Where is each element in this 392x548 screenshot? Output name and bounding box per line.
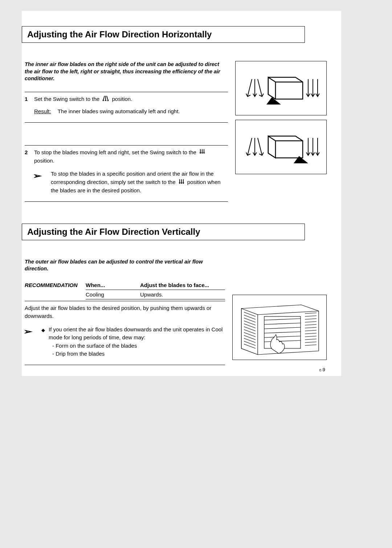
section-1-title: Adjusting the Air Flow Direction Horizon… [22,26,305,43]
note-arrow-icon: ➢ [33,170,42,195]
note-line-2: - Drip from the blades [52,350,225,358]
step-number: 1 [25,95,29,116]
section-2-title: Adjusting the Air Flow Direction Vertica… [22,224,305,240]
diagram-swing-off [235,120,327,174]
step-1-text-a: Set the Swing switch to the [34,96,99,102]
note-line-1: - Form on the surface of the blades [52,342,225,350]
recommendation-label: RECOMMENDATION [25,282,83,299]
note-main-text: If you orient the air flow blades downwa… [49,326,225,342]
table-header: When... Adjust the blades to face... [86,282,225,290]
svg-line-21 [258,138,262,155]
table-header-cell: When... [86,282,140,288]
step-number: 2 [25,148,29,195]
step-2-text-b: position. [34,158,54,164]
section-1-intro: The inner air flow blades on the right s… [25,61,228,82]
section-2-intro: The outer air flow blades can be adjuste… [25,258,221,273]
note-arrow-icon: ➢ [23,326,32,358]
divider [25,145,228,146]
page-number: E-9 [319,367,325,372]
table-header-cell: Adjust the blades to face... [140,282,225,288]
manual-page: Adjusting the Air Flow Direction Horizon… [22,11,341,376]
table-cell: Upwards. [140,291,225,298]
page-number-value: 9 [323,367,325,372]
step-1: 1 Set the Swing switch to the [25,95,228,123]
svg-line-19 [248,138,252,155]
table-cell: Cooling [86,291,140,298]
diagram-vertical-blades [232,295,327,360]
svg-line-9 [248,79,252,97]
swing-on-icon [102,95,110,104]
adjust-instruction-block: Adjust the air flow blades to the desire… [25,301,225,365]
diamond-bullet-icon: ◆ [41,327,45,359]
recommendation-table: When... Adjust the blades to face... Coo… [86,282,225,299]
svg-line-2 [107,96,108,101]
swing-off-icon [178,179,185,187]
section-1-content: The inner air flow blades on the right s… [22,61,327,205]
step-1-text-b: position. [112,96,132,102]
result-text: The inner blades swing automatically lef… [58,107,180,116]
svg-line-11 [258,79,262,97]
step-2-text-a: To stop the blades moving left and right… [34,149,196,155]
recommendation-block: RECOMMENDATION When... Adjust the blades… [25,282,225,299]
swing-off-icon [199,148,206,157]
table-row: Cooling Upwards. [86,290,225,299]
diagram-swing-on [235,61,327,115]
svg-line-0 [103,96,105,101]
page-number-prefix: E- [319,368,323,372]
divider [25,92,228,92]
step-2: 2 To stop the blades moving left and rig… [25,148,228,202]
adjust-text: Adjust the air flow blades to the desire… [25,304,225,320]
section-2-content: The outer air flow blades can be adjuste… [22,258,327,365]
result-label: Result: [34,107,51,116]
